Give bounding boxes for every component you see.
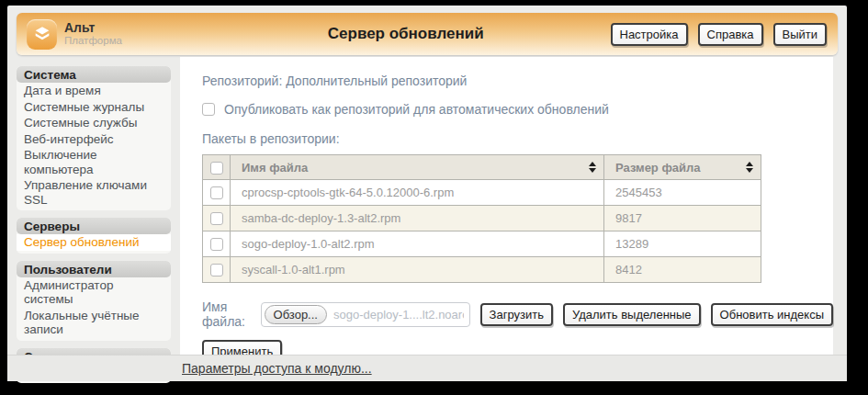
sidebar-section-system: Система Дата и время Системные журналы С…: [17, 66, 171, 210]
page-title: Сервер обновлений: [201, 25, 611, 43]
browse-button[interactable]: Обзор...: [265, 305, 327, 324]
sidebar-section-title: Пользователи: [17, 261, 171, 277]
table-row: syscall-1.0-alt1.rpm 8412: [203, 257, 761, 283]
sidebar-item-shutdown[interactable]: Выключение компьютера: [17, 147, 171, 177]
row-checkbox[interactable]: [210, 186, 223, 199]
sidebar-section-servers: Серверы Сервер обновлений: [17, 218, 171, 254]
settings-button[interactable]: Настройка: [611, 23, 688, 46]
packages-table: Имя файла Размер файла cprocsp-cptools-g…: [202, 154, 761, 283]
cell-filesize: 8412: [604, 257, 761, 283]
row-checkbox[interactable]: [210, 238, 223, 251]
upload-row: Имя файла: Обзор... sogo-deploy-1....lt2…: [202, 299, 833, 329]
brand-logo: Альт Платформа: [27, 19, 201, 50]
column-header-filename: Имя файла: [242, 161, 308, 175]
brand-title: Альт: [64, 21, 122, 35]
cell-filename: sogo-deploy-1.0-alt2.rpm: [231, 231, 604, 257]
publish-checkbox-row: Опубликовать как репозиторий для автомат…: [202, 102, 833, 117]
page: Альт Платформа Сервер обновлений Настрой…: [7, 6, 847, 381]
module-access-link[interactable]: Параметры доступа к модулю...: [182, 361, 372, 376]
sidebar-item-system-logs[interactable]: Системные журналы: [17, 99, 171, 116]
sidebar-item-system-services[interactable]: Системные службы: [17, 115, 171, 131]
sidebar-item-web-interface[interactable]: Веб-интерфейс: [17, 131, 171, 148]
sort-icon[interactable]: [746, 162, 753, 173]
sort-icon[interactable]: [589, 162, 596, 173]
brand-subtitle: Платформа: [64, 35, 122, 47]
update-indexes-button[interactable]: Обновить индексы: [711, 303, 833, 326]
table-row: samba-dc-deploy-1.3-alt2.rpm 9817: [203, 206, 761, 231]
packages-label: Пакеты в репозитории:: [202, 131, 833, 146]
sidebar-item-ssl-keys[interactable]: Управление ключами SSL: [17, 177, 171, 208]
alt-logo-icon: [27, 19, 57, 50]
sidebar-section-title: Система: [17, 66, 171, 83]
app-header: Альт Платформа Сервер обновлений Настрой…: [17, 13, 838, 55]
column-header-filesize: Размер файла: [615, 161, 701, 175]
brand-text: Альт Платформа: [64, 21, 122, 47]
file-input[interactable]: Обзор... sogo-deploy-1....lt2.noarch.rpm: [261, 302, 470, 327]
sidebar-item-update-server[interactable]: Сервер обновлений: [17, 234, 171, 251]
select-all-checkbox[interactable]: [210, 162, 223, 175]
sidebar-section-title: Серверы: [17, 218, 171, 234]
delete-selected-button[interactable]: Удалить выделенные: [563, 303, 701, 326]
repository-label: Репозиторий: Дополнительный репозиторий: [202, 73, 833, 88]
sidebar-item-system-admin[interactable]: Администратор системы: [17, 277, 171, 308]
publish-checkbox-label: Опубликовать как репозиторий для автомат…: [224, 102, 609, 117]
cell-filesize: 9817: [604, 206, 761, 231]
sidebar: Система Дата и время Системные журналы С…: [17, 66, 171, 383]
sidebar-section-users: Пользователи Администратор системы Локал…: [17, 261, 171, 341]
publish-checkbox[interactable]: [202, 103, 215, 116]
main-content: Репозиторий: Дополнительный репозиторий …: [180, 57, 833, 355]
cell-filename: samba-dc-deploy-1.3-alt2.rpm: [231, 206, 604, 231]
logout-button[interactable]: Выйти: [773, 23, 828, 46]
table-row: cprocsp-cptools-gtk-64-5.0.12000-6.rpm 2…: [203, 180, 761, 206]
upload-button[interactable]: Загрузить: [480, 303, 553, 326]
cell-filesize: 13289: [604, 231, 761, 257]
cell-filesize: 2545453: [604, 180, 761, 206]
selected-file-name: sogo-deploy-1....lt2.noarch.rpm: [333, 308, 464, 322]
row-checkbox[interactable]: [210, 264, 223, 276]
table-header-row: Имя файла Размер файла: [203, 155, 761, 180]
cell-filename: syscall-1.0-alt1.rpm: [231, 257, 604, 283]
cell-filename: cprocsp-cptools-gtk-64-5.0.12000-6.rpm: [231, 180, 604, 206]
page-footer: Параметры доступа к модулю...: [7, 355, 847, 381]
table-row: sogo-deploy-1.0-alt2.rpm 13289: [203, 231, 761, 257]
sidebar-item-date-time[interactable]: Дата и время: [17, 83, 171, 99]
help-button[interactable]: Справка: [698, 23, 763, 46]
row-checkbox[interactable]: [210, 212, 223, 225]
header-buttons: Настройка Справка Выйти: [611, 23, 828, 46]
sidebar-item-local-accounts[interactable]: Локальные учётные записи: [17, 308, 171, 338]
filename-label: Имя файла:: [202, 299, 251, 329]
